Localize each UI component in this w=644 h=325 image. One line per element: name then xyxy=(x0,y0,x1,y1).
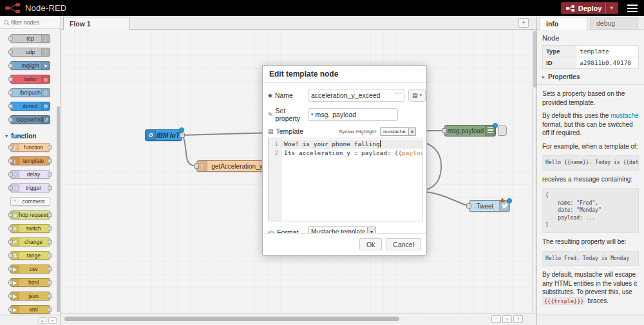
palette-node-tcp[interactable]: tcp ⟩ xyxy=(10,34,50,43)
wire[interactable] xyxy=(183,135,196,166)
palette-node-function[interactable]: f function xyxy=(10,143,50,152)
palette-scrollbar[interactable] xyxy=(57,106,60,312)
tab-info[interactable]: info xyxy=(540,17,587,30)
palette-node-comment[interactable]: ❝ comment xyxy=(10,197,50,206)
zoom-in-button[interactable]: + xyxy=(513,315,523,323)
node-port[interactable] xyxy=(48,308,52,312)
palette-node-xml[interactable]: ▶ xml xyxy=(10,305,50,314)
node-port[interactable] xyxy=(48,267,52,272)
palette-node-json[interactable]: ▶ json xyxy=(10,292,50,301)
set-property-label-wrap: ✎ Set property xyxy=(268,107,308,122)
deploy-caret-icon[interactable]: ▾ xyxy=(605,3,613,14)
node-port[interactable] xyxy=(8,64,13,68)
palette-node-mqlight[interactable]: mqlight ➤ xyxy=(10,61,50,70)
tab-debug[interactable]: debug xyxy=(590,17,638,30)
node-port[interactable] xyxy=(8,267,13,272)
node-port[interactable] xyxy=(8,91,13,95)
node-port[interactable] xyxy=(8,294,13,299)
palette-filter-input[interactable] xyxy=(11,19,56,26)
palette-category-function[interactable]: ▾ function xyxy=(0,129,61,143)
node-port[interactable] xyxy=(48,281,52,285)
output-port[interactable] xyxy=(180,133,185,138)
node-port[interactable] xyxy=(8,77,13,82)
palette-node-openwhisk[interactable]: OpenWhisk ↺ xyxy=(10,115,50,124)
node-port[interactable] xyxy=(8,159,13,163)
canvas-node-tweet[interactable]: Tweet xyxy=(469,200,510,212)
zoom-reset-button[interactable]: ○ xyxy=(502,315,512,323)
palette-node-switch[interactable]: ⋔ switch xyxy=(10,224,50,233)
input-port[interactable] xyxy=(442,128,447,133)
wire[interactable] xyxy=(421,191,469,206)
udp-icon: ⟩ xyxy=(41,48,50,56)
palette-node-change[interactable]: ⇄ change xyxy=(10,237,50,246)
palette-node-delay[interactable]: ◔ delay xyxy=(10,170,50,179)
node-port[interactable] xyxy=(48,254,52,258)
node-port[interactable] xyxy=(8,104,13,109)
debug-toggle-button[interactable] xyxy=(498,125,507,136)
node-port[interactable] xyxy=(48,159,52,163)
palette-node-range[interactable]: ⇅ range xyxy=(10,251,50,260)
syntax-highlight-select[interactable]: mustache ▾ xyxy=(380,127,416,136)
canvas-node-getacceleration-y[interactable]: f getAcceleration_y xyxy=(196,160,269,172)
library-button[interactable]: ▤ ▾ xyxy=(408,89,426,102)
canvas-node-ibm-iot[interactable]: ⚙ IBM IoT xyxy=(145,129,182,141)
node-port[interactable] xyxy=(48,186,52,190)
node-port[interactable] xyxy=(8,118,13,122)
caret-down-icon: ▾ xyxy=(311,112,314,117)
node-port[interactable] xyxy=(8,213,13,218)
palette-node-udp[interactable]: udp ⟩ xyxy=(10,48,50,57)
canvas-horizontal-scrollbar[interactable] xyxy=(64,317,399,321)
template-label: Template xyxy=(276,127,304,135)
node-port[interactable] xyxy=(48,172,52,177)
node-port[interactable] xyxy=(8,37,13,41)
property-type-select[interactable]: ▾ msg. xyxy=(308,109,332,120)
palette-node-csv[interactable]: ▶ csv xyxy=(10,265,50,274)
add-flow-button[interactable]: + xyxy=(518,18,529,28)
node-port[interactable] xyxy=(8,254,13,258)
palette-node-label: ibmpush xyxy=(20,89,41,96)
ok-button[interactable]: Ok xyxy=(359,238,382,250)
tab-flow-1[interactable]: Flow 1 xyxy=(63,17,130,30)
node-port[interactable] xyxy=(8,281,13,285)
node-port[interactable] xyxy=(8,240,13,245)
deploy-button[interactable]: Deploy ▾ xyxy=(561,2,618,14)
zoom-out-button[interactable]: − xyxy=(491,315,501,323)
palette-node-label: mqlight xyxy=(21,62,39,69)
cancel-button[interactable]: Cancel xyxy=(386,238,421,250)
mustache-link[interactable]: mustache xyxy=(611,112,638,119)
node-port[interactable] xyxy=(8,186,13,190)
canvas-vertical-scrollbar[interactable] xyxy=(532,30,536,313)
palette-node-ibmpush[interactable]: ibmpush ▯ xyxy=(10,88,50,97)
node-port[interactable] xyxy=(48,145,52,150)
input-port[interactable] xyxy=(466,203,471,209)
template-code-editor[interactable]: 1 2 Wow! is your phone falling Its accel… xyxy=(268,138,422,221)
node-port[interactable] xyxy=(8,145,13,150)
node-port[interactable] xyxy=(8,50,13,55)
node-label: Tweet xyxy=(477,203,494,210)
properties-toggle[interactable]: ▸ Properties xyxy=(542,73,639,80)
palette-node-ibmiot[interactable]: ibmiot ⚙ xyxy=(10,102,50,111)
editor-code-area[interactable]: Wow! is your phone falling Its accelerat… xyxy=(281,138,422,221)
canvas-node-msg-payload[interactable]: msg.payload xyxy=(444,125,496,136)
node-port[interactable] xyxy=(8,172,13,177)
palette-node-http-request[interactable]: ⊕ http request xyxy=(10,210,50,219)
palette-node-label: xml xyxy=(23,306,37,313)
changed-badge xyxy=(493,123,498,128)
input-port[interactable] xyxy=(194,163,199,169)
node-port[interactable] xyxy=(48,240,52,245)
node-port[interactable] xyxy=(48,213,52,218)
node-port[interactable] xyxy=(8,308,13,312)
property-input[interactable] xyxy=(332,111,384,118)
palette-node-twilio[interactable]: twilio ◎ xyxy=(10,75,50,84)
palette-scroll-up-icon[interactable]: ▴ xyxy=(38,317,46,324)
palette-node-template[interactable]: { template xyxy=(10,156,50,165)
menu-icon[interactable] xyxy=(627,5,638,12)
expand-icon[interactable]: ··· xyxy=(395,91,402,97)
name-input[interactable] xyxy=(308,89,404,102)
palette-scroll-down-icon[interactable]: ▾ xyxy=(48,317,57,324)
palette-node-html[interactable]: ▶ html xyxy=(10,278,50,287)
node-port[interactable] xyxy=(48,227,52,231)
palette-node-trigger[interactable]: ⊓ trigger xyxy=(10,183,50,192)
node-port[interactable] xyxy=(48,294,52,299)
node-port[interactable] xyxy=(8,227,13,231)
